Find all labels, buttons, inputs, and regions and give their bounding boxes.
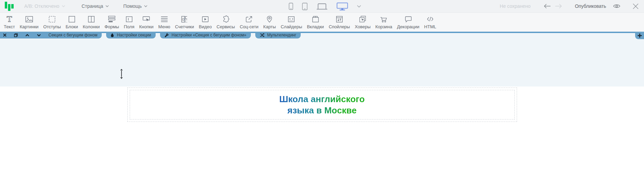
html-icon xyxy=(426,15,435,24)
close-editor-button[interactable] xyxy=(633,3,639,9)
decorations-icon xyxy=(404,15,413,24)
toolbar-item-fields[interactable]: Поля xyxy=(121,15,137,29)
toolbar-item-sliders[interactable]: Слайдеры xyxy=(278,15,304,29)
eye-icon xyxy=(613,4,620,9)
forms-icon xyxy=(107,15,116,24)
delete-section-button[interactable] xyxy=(3,33,6,37)
redo-button[interactable] xyxy=(555,4,562,9)
chevron-down-icon xyxy=(37,34,41,36)
toolbar-item-counters[interactable]: 0 Счетчики xyxy=(173,15,197,29)
toolbar-item-buttons[interactable]: Кнопки xyxy=(137,15,156,29)
device-menu-chevron[interactable] xyxy=(357,5,361,7)
shuffle-icon xyxy=(260,33,264,37)
multilanding-label: Мультилендинг xyxy=(267,33,296,37)
images-icon xyxy=(25,15,34,24)
video-icon xyxy=(201,15,210,24)
editable-block-outline[interactable]: Школа английского языка в Москве xyxy=(127,88,517,122)
ab-test-menu[interactable]: А/В: Отключено xyxy=(24,3,65,9)
toolbar-item-label: Текст xyxy=(4,24,15,29)
toolbar-item-tabs[interactable]: Вкладки xyxy=(304,15,326,29)
desktop-preview-button[interactable] xyxy=(337,2,348,11)
logo-icon xyxy=(5,1,14,11)
menu-icon xyxy=(160,15,169,24)
desktop-icon xyxy=(337,2,348,11)
toolbar-item-spoilers[interactable]: Спойлеры xyxy=(326,15,352,29)
editable-block-inner[interactable]: Школа английского языка в Москве xyxy=(130,90,515,120)
page-menu-label: Страница xyxy=(82,3,103,9)
tabs-icon xyxy=(311,15,320,24)
tablet-preview-button[interactable] xyxy=(302,3,307,10)
toolbar-item-html[interactable]: HTML xyxy=(422,15,439,29)
plus-icon xyxy=(638,33,642,38)
maps-icon xyxy=(265,15,274,24)
toolbar-item-label: Формы xyxy=(104,24,119,29)
device-preview-switcher xyxy=(289,0,361,13)
duplicate-section-button[interactable] xyxy=(14,33,18,37)
publish-button[interactable]: Опубликовать xyxy=(575,3,606,9)
toolbar-item-label: Блоки xyxy=(66,24,78,29)
toolbar-item-label: HTML xyxy=(424,24,436,29)
section-title-label: Секция с бегущим фоном xyxy=(48,33,97,37)
svg-text:0: 0 xyxy=(182,17,184,21)
toolbar-item-spacing[interactable]: Отступы xyxy=(41,15,63,29)
app-logo[interactable] xyxy=(5,1,14,11)
svg-text:T: T xyxy=(7,15,12,23)
toolbar-item-label: Кнопки xyxy=(139,24,154,29)
headline-line-1: Школа английского xyxy=(279,94,364,105)
move-section-down-button[interactable] xyxy=(37,34,41,36)
toolbar-item-label: Картинки xyxy=(20,24,39,29)
toolbar-item-social[interactable]: Соц-сети xyxy=(237,15,261,29)
page-headline[interactable]: Школа английского языка в Москве xyxy=(279,94,364,116)
multilanding-tab[interactable]: Мультилендинг xyxy=(255,32,301,38)
topbar: А/В: Отключено Страница Помощь Не сохран… xyxy=(0,0,644,13)
editor-canvas[interactable] xyxy=(0,33,644,86)
page-menu[interactable]: Страница xyxy=(82,3,109,9)
section-title-tab[interactable]: Секция с бегущим фоном xyxy=(0,32,102,38)
add-section-button[interactable] xyxy=(635,32,644,39)
toolbar-item-blocks[interactable]: Блоки xyxy=(63,15,80,29)
help-menu-label: Помощь xyxy=(123,3,142,9)
toolbar-item-menu[interactable]: Меню xyxy=(156,15,173,29)
close-icon xyxy=(3,33,6,37)
toolbar-item-label: Вкладки xyxy=(307,24,324,29)
toolbar-item-cart[interactable]: Корзина xyxy=(373,15,395,29)
headline-line-2: языка в Москве xyxy=(279,105,364,116)
toolbar-item-label: Декорации xyxy=(397,24,419,29)
named-section-settings-tab[interactable]: Настройки «Секция с бегущим фоном» xyxy=(160,32,251,38)
toolbar-item-label: Меню xyxy=(158,24,170,29)
page-section[interactable]: Школа английского языка в Москве xyxy=(0,86,644,174)
toolbar-item-hovers[interactable]: Ховеры xyxy=(352,15,373,29)
help-menu[interactable]: Помощь xyxy=(123,3,147,9)
phone-icon xyxy=(289,3,293,10)
topbar-right-group: Не сохранено Опубликовать xyxy=(500,3,640,9)
wrench-icon xyxy=(164,33,169,37)
toolbar-item-columns[interactable]: Колонки xyxy=(81,15,102,29)
cart-icon xyxy=(379,15,388,24)
undo-button[interactable] xyxy=(543,4,551,9)
section-settings-tab[interactable]: Настройки секции xyxy=(106,32,155,38)
toolbar-item-maps[interactable]: Карты xyxy=(261,15,278,29)
hovers-icon xyxy=(358,15,367,24)
toolbar-item-text[interactable]: T Текст xyxy=(1,15,17,29)
move-section-up-button[interactable] xyxy=(25,34,29,36)
spacing-icon xyxy=(47,15,57,24)
phone-preview-button[interactable] xyxy=(289,3,293,10)
social-icon xyxy=(244,15,254,24)
undo-arrow-icon xyxy=(543,4,551,9)
toolbar-item-label: Спойлеры xyxy=(329,24,350,29)
laptop-preview-button[interactable] xyxy=(316,3,328,10)
chevron-down-icon xyxy=(357,5,361,7)
toolbar-item-video[interactable]: Видео xyxy=(197,15,214,29)
toolbar-item-label: Поля xyxy=(124,24,134,29)
toolbar-item-images[interactable]: Картинки xyxy=(17,15,41,29)
blocks-icon xyxy=(67,15,76,24)
toolbar-item-label: Карты xyxy=(263,24,276,29)
toolbar-item-services[interactable]: Сервисы xyxy=(214,15,238,29)
preview-button[interactable] xyxy=(613,4,620,9)
services-icon xyxy=(221,15,230,24)
toolbar-item-decorations[interactable]: Декорации xyxy=(395,15,422,29)
droplet-icon xyxy=(111,33,114,37)
fields-icon xyxy=(125,15,134,24)
toolbar-item-forms[interactable]: Формы xyxy=(102,15,121,29)
counters-icon: 0 xyxy=(180,15,189,24)
